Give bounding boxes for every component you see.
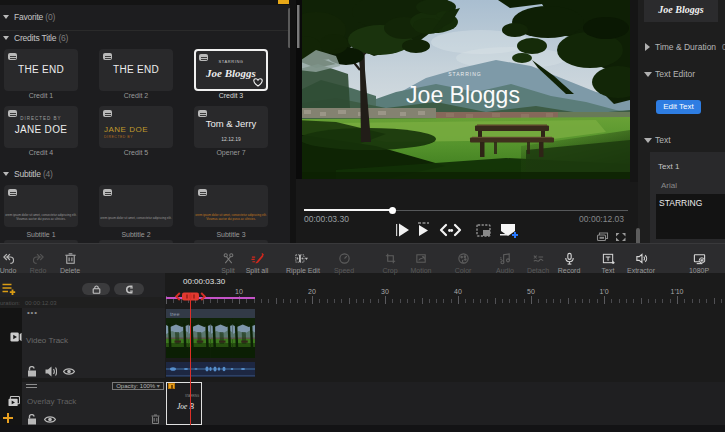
svg-text:STARRING: STARRING	[448, 71, 481, 77]
svg-text:Joe Bloggs: Joe Bloggs	[406, 82, 520, 108]
